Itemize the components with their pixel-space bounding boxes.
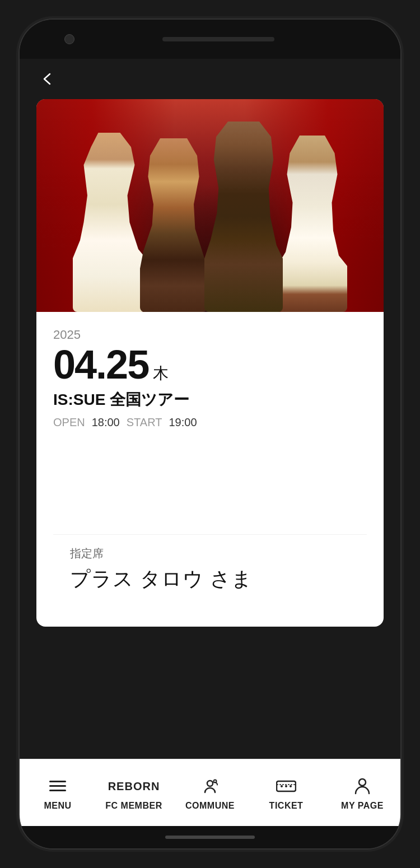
svg-point-0 <box>207 781 213 786</box>
seat-section: 指定席 プラス タロウ さま <box>53 534 367 610</box>
svg-point-6 <box>359 779 366 786</box>
svg-point-1 <box>214 780 217 782</box>
bottom-nav: MENU REBORN FC MEMBER <box>20 759 400 826</box>
back-button[interactable] <box>36 68 59 90</box>
nav-menu[interactable]: MENU <box>20 759 96 826</box>
svg-point-3 <box>281 785 283 787</box>
svg-point-5 <box>290 785 292 787</box>
nav-ticket[interactable]: TICKET <box>248 759 324 826</box>
svg-point-4 <box>285 785 287 787</box>
event-date-day: 木 <box>153 363 169 384</box>
menu-label: MENU <box>44 801 71 811</box>
nav-fc-member[interactable]: REBORN FC MEMBER <box>96 759 172 826</box>
open-label: OPEN <box>53 416 85 429</box>
event-date-row: 04.25 木 <box>53 344 367 385</box>
event-times: OPEN 18:00 START 19:00 <box>53 416 367 429</box>
nav-my-page[interactable]: MY PAGE <box>324 759 400 826</box>
status-bar <box>20 20 400 59</box>
fc-member-label: FC MEMBER <box>105 801 162 811</box>
menu-icon <box>49 775 66 797</box>
ticket-label: TICKET <box>269 801 304 811</box>
screen: 2025 04.25 木 IS:SUE 全国ツアー OPEN 18:00 STA… <box>20 59 400 826</box>
my-page-label: MY PAGE <box>341 801 384 811</box>
reborn-logo-text: REBORN <box>108 781 160 792</box>
figure-2 <box>140 138 207 312</box>
seat-type: 指定席 <box>70 546 350 561</box>
nav-commune[interactable]: COMMUNE <box>172 759 248 826</box>
figure-1 <box>73 133 146 312</box>
ticket-icon <box>276 775 296 797</box>
figure-4 <box>277 136 347 312</box>
reborn-icon: REBORN <box>108 775 160 797</box>
event-info: 2025 04.25 木 IS:SUE 全国ツアー OPEN 18:00 STA… <box>36 312 384 627</box>
event-date-main: 04.25 <box>53 344 148 385</box>
start-label: START <box>127 416 162 429</box>
seat-holder: プラス タロウ さま <box>70 566 350 593</box>
event-image <box>36 99 384 312</box>
start-time: 19:00 <box>169 416 197 429</box>
speaker <box>162 37 274 41</box>
commune-icon <box>200 775 220 797</box>
figure-3 <box>204 122 283 312</box>
event-card: 2025 04.25 木 IS:SUE 全国ツアー OPEN 18:00 STA… <box>36 99 384 627</box>
commune-label: COMMUNE <box>185 801 235 811</box>
camera <box>64 34 74 44</box>
event-year: 2025 <box>53 328 367 342</box>
header-nav <box>20 59 400 99</box>
my-page-icon <box>354 775 370 797</box>
event-spacer <box>53 433 367 534</box>
home-bar <box>165 836 255 839</box>
home-indicator <box>20 826 400 848</box>
main-content: 2025 04.25 木 IS:SUE 全国ツアー OPEN 18:00 STA… <box>20 99 400 759</box>
event-title: IS:SUE 全国ツアー <box>53 389 367 410</box>
phone-frame: 2025 04.25 木 IS:SUE 全国ツアー OPEN 18:00 STA… <box>20 20 400 848</box>
open-time: 18:00 <box>92 416 120 429</box>
